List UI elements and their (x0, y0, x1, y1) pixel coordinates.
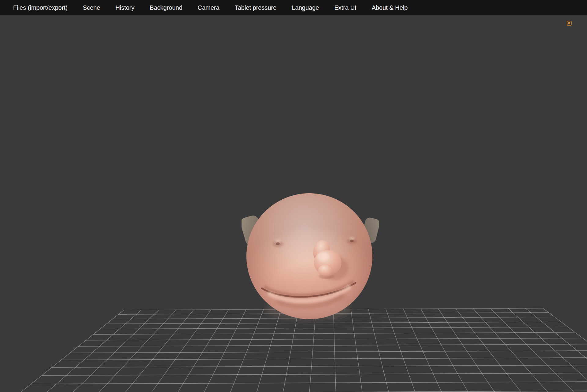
menu-item-about-help[interactable]: About & Help (372, 0, 408, 15)
menu-item-history[interactable]: History (116, 0, 135, 15)
gui-toggle-icon[interactable] (567, 21, 572, 26)
viewport-3d[interactable] (0, 15, 587, 392)
menubar: Files (import/export) Scene History Back… (0, 0, 587, 15)
menu-item-background[interactable]: Background (150, 0, 183, 15)
gui-toggle-dot (568, 22, 570, 24)
menu-item-language[interactable]: Language (292, 0, 319, 15)
menu-item-extra-ui[interactable]: Extra UI (334, 0, 356, 15)
sculpting-app: Files (import/export) Scene History Back… (0, 0, 587, 392)
menu-item-scene[interactable]: Scene (83, 0, 100, 15)
menu-item-files-import-export[interactable]: Files (import/export) (13, 0, 68, 15)
menu-item-camera[interactable]: Camera (198, 0, 220, 15)
menu-item-tablet-pressure[interactable]: Tablet pressure (235, 0, 277, 15)
sculpted-head-model[interactable] (242, 188, 379, 329)
